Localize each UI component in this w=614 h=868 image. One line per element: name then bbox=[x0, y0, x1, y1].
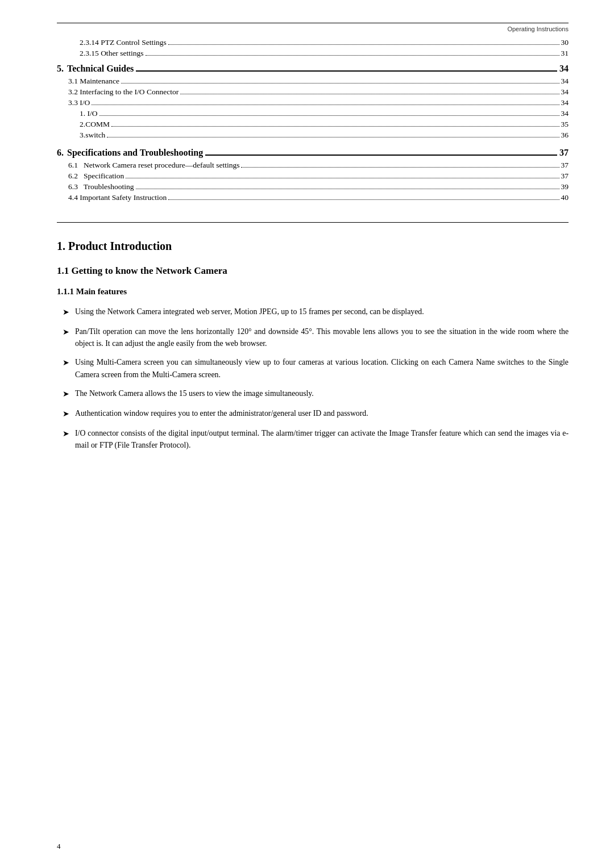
toc-label-2comm: 2.COMM bbox=[80, 120, 110, 129]
toc-row-61: 6.1 Network Camera reset procedure—defau… bbox=[68, 161, 569, 170]
toc-num-6: 6. bbox=[57, 148, 64, 158]
chapter-title: 1. Product Introduction bbox=[57, 240, 569, 253]
bullet-text-4: The Network Camera allows the 15 users t… bbox=[75, 387, 569, 399]
header-text: Operating Instructions bbox=[507, 26, 569, 32]
toc-label-3switch: 3.switch bbox=[80, 131, 105, 140]
main-features-list: ➤ Using the Network Camera integrated we… bbox=[63, 306, 569, 451]
toc-filler-1io bbox=[99, 115, 559, 116]
toc-row-33: 3.3 I/O 34 bbox=[68, 98, 569, 107]
toc-filler-2315 bbox=[146, 55, 559, 56]
bullet-arrow-icon: ➤ bbox=[63, 326, 69, 339]
bullet-text-2: Pan/Tilt operation can move the lens hor… bbox=[75, 326, 569, 350]
toc-filler-62 bbox=[126, 178, 559, 178]
bullet-arrow-icon: ➤ bbox=[63, 306, 69, 319]
toc-label-44: 4.4 Important Safety Instruction bbox=[68, 193, 167, 202]
toc-page-2314: 30 bbox=[561, 38, 569, 47]
bullet-text-3: Using Multi-Camera screen you can simult… bbox=[75, 356, 569, 381]
list-item: ➤ I/O connector consists of the digital … bbox=[63, 427, 569, 452]
toc-page-44: 40 bbox=[561, 193, 569, 202]
toc-heading-5: 5. Technical Guides 34 bbox=[57, 64, 569, 74]
toc-page-5: 34 bbox=[559, 64, 569, 74]
toc-page-63: 39 bbox=[561, 182, 569, 191]
bullet-arrow-icon: ➤ bbox=[63, 408, 69, 420]
toc-label-61: 6.1 Network Camera reset procedure—defau… bbox=[68, 161, 239, 170]
toc-filler-31 bbox=[121, 83, 559, 84]
bullet-text-1: Using the Network Camera integrated web … bbox=[75, 306, 569, 318]
toc-page-2comm: 35 bbox=[561, 120, 569, 129]
toc-filler-63 bbox=[136, 189, 559, 189]
toc-row-2315: 2.3.15 Other settings 31 bbox=[80, 49, 569, 58]
toc-label-2315: 2.3.15 Other settings bbox=[80, 49, 144, 58]
toc-row-32: 3.2 Interfacing to the I/O Connector 34 bbox=[68, 87, 569, 97]
bullet-text-6: I/O connector consists of the digital in… bbox=[75, 427, 569, 452]
toc-label-5: Technical Guides bbox=[67, 64, 134, 74]
toc-label-1io: 1. I/O bbox=[80, 109, 98, 118]
toc-row-31: 3.1 Maintenance 34 bbox=[68, 77, 569, 86]
toc-page-6: 37 bbox=[559, 148, 569, 158]
page: Operating Instructions 2.3.14 PTZ Contro… bbox=[0, 0, 614, 868]
page-header: Operating Instructions bbox=[57, 26, 569, 32]
list-item: ➤ Using the Network Camera integrated we… bbox=[63, 306, 569, 319]
toc-filler-5 bbox=[136, 70, 557, 72]
toc-heading-6: 6. Specifications and Troubleshooting 37 bbox=[57, 148, 569, 158]
toc-page-3switch: 36 bbox=[561, 131, 569, 140]
toc-row-2314: 2.3.14 PTZ Control Settings 30 bbox=[80, 38, 569, 47]
section-divider bbox=[57, 222, 569, 223]
toc-filler-2comm bbox=[111, 126, 559, 127]
subsection-1-1-1-title: 1.1.1 Main features bbox=[57, 287, 569, 297]
toc-row-62: 6.2 Specification 37 bbox=[68, 172, 569, 181]
toc-label-62: 6.2 Specification bbox=[68, 172, 124, 181]
toc-num-5: 5. bbox=[57, 64, 64, 74]
list-item: ➤ The Network Camera allows the 15 users… bbox=[63, 387, 569, 400]
toc-row-1io: 1. I/O 34 bbox=[80, 109, 569, 118]
toc-page-61: 37 bbox=[561, 161, 569, 170]
bullet-text-5: Authentication window requires you to en… bbox=[75, 407, 569, 419]
list-item: ➤ Authentication window requires you to … bbox=[63, 407, 569, 420]
bullet-arrow-icon: ➤ bbox=[63, 428, 69, 440]
toc-page-32: 34 bbox=[561, 87, 569, 97]
toc-page-31: 34 bbox=[561, 77, 569, 86]
toc-row-3switch: 3.switch 36 bbox=[80, 131, 569, 140]
page-number: 4 bbox=[57, 842, 61, 850]
toc-filler-33 bbox=[92, 105, 559, 105]
toc-filler-3switch bbox=[107, 137, 559, 137]
toc-row-2comm: 2.COMM 35 bbox=[80, 120, 569, 129]
bullet-arrow-icon: ➤ bbox=[63, 388, 69, 400]
toc-row-63: 6.3 Troubleshooting 39 bbox=[68, 182, 569, 191]
toc-page-62: 37 bbox=[561, 172, 569, 181]
toc-label-2314: 2.3.14 PTZ Control Settings bbox=[80, 38, 167, 47]
toc-page-33: 34 bbox=[561, 98, 569, 107]
list-item: ➤ Pan/Tilt operation can move the lens h… bbox=[63, 326, 569, 350]
toc-filler-32 bbox=[180, 94, 559, 94]
toc-section: 2.3.14 PTZ Control Settings 30 2.3.15 Ot… bbox=[57, 38, 569, 202]
toc-label-31: 3.1 Maintenance bbox=[68, 77, 119, 86]
page-footer: 4 bbox=[57, 842, 61, 851]
toc-page-1io: 34 bbox=[561, 109, 569, 118]
toc-label-33: 3.3 I/O bbox=[68, 98, 90, 107]
toc-filler-2314 bbox=[168, 44, 559, 45]
bullet-arrow-icon: ➤ bbox=[63, 357, 69, 369]
section-1-1-title: 1.1 Getting to know the Network Camera bbox=[57, 265, 569, 277]
toc-filler-44 bbox=[168, 199, 559, 200]
toc-filler-6 bbox=[205, 155, 557, 156]
list-item: ➤ Using Multi-Camera screen you can simu… bbox=[63, 356, 569, 381]
toc-page-2315: 31 bbox=[561, 49, 569, 58]
toc-label-6: Specifications and Troubleshooting bbox=[67, 148, 203, 158]
header-rule bbox=[57, 23, 569, 23]
toc-row-44: 4.4 Important Safety Instruction 40 bbox=[68, 193, 569, 202]
toc-label-32: 3.2 Interfacing to the I/O Connector bbox=[68, 87, 179, 97]
toc-filler-61 bbox=[241, 167, 559, 168]
toc-label-63: 6.3 Troubleshooting bbox=[68, 182, 134, 191]
